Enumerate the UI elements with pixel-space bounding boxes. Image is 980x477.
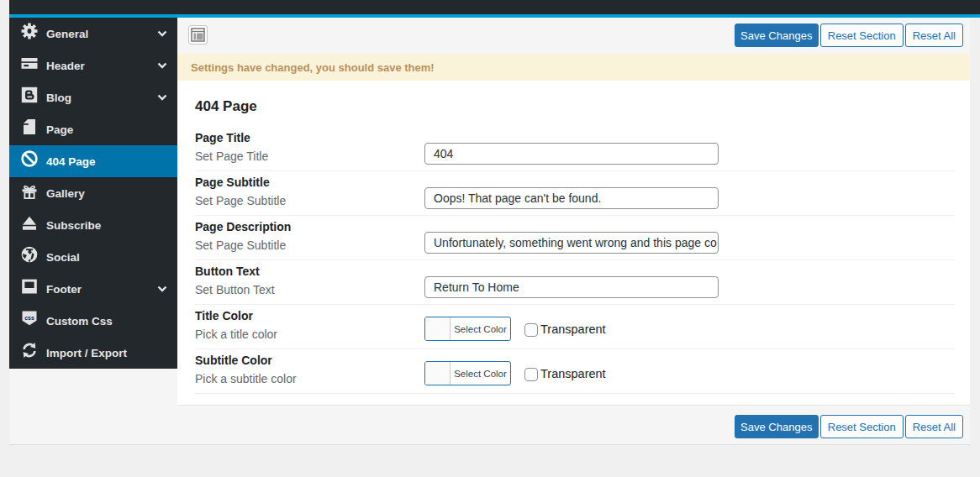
svg-text:css: css — [24, 315, 34, 321]
